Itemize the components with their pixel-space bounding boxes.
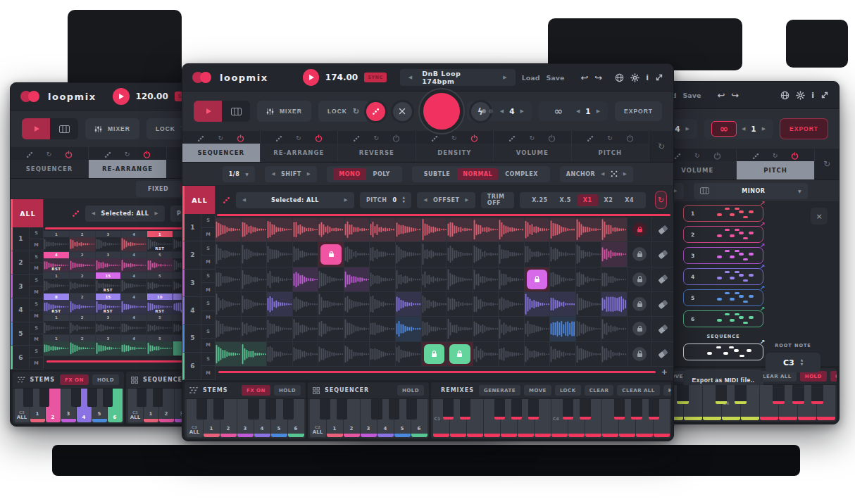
remix-hold-button[interactable]: HOLD	[800, 371, 827, 382]
loop-cell[interactable]	[499, 342, 525, 366]
locked-slice[interactable]	[320, 244, 342, 264]
tab-dice-icon[interactable]	[674, 149, 681, 163]
piano-key-black[interactable]	[87, 389, 97, 407]
export-arrow-icon[interactable]: ↗	[759, 221, 765, 228]
tab-pitch[interactable]: ↻PITCH	[572, 131, 650, 162]
piano-key-black[interactable]	[528, 399, 539, 420]
save-button[interactable]: Save	[683, 92, 701, 99]
shuffle-button[interactable]	[393, 102, 412, 121]
loop-cell[interactable]	[396, 218, 422, 241]
tab-power-toggle[interactable]	[713, 149, 721, 163]
loop-cell[interactable]	[550, 218, 576, 241]
piano-key-black[interactable]	[283, 399, 294, 420]
row-lock-button[interactable]	[632, 322, 647, 336]
loop-cell[interactable]	[422, 342, 448, 366]
play-button[interactable]	[303, 69, 319, 86]
tab-power-toggle[interactable]	[65, 148, 73, 161]
tab-refresh-icon[interactable]: ↻	[46, 151, 52, 158]
tab-refresh-icon[interactable]: ↻	[451, 135, 457, 141]
next-arrow[interactable]: ▶	[623, 171, 628, 177]
complexity-complex[interactable]: COMPLEX	[499, 168, 544, 180]
mixer-button[interactable]: MIXER	[257, 101, 311, 122]
loop-cell[interactable]	[499, 267, 525, 291]
speed-x1[interactable]: X1	[578, 194, 598, 206]
loop-cell[interactable]: 2	[70, 315, 96, 335]
export-arrow-icon[interactable]: ↗	[759, 284, 765, 291]
loop-cell[interactable]	[344, 218, 370, 241]
hold-toggle[interactable]: HOLD	[92, 374, 119, 385]
prev-arrow[interactable]: ◀	[423, 197, 427, 203]
solo-button[interactable]: S	[30, 251, 43, 263]
loop-cell[interactable]	[293, 267, 319, 291]
resize-button[interactable]	[820, 91, 829, 99]
loop-cell[interactable]	[499, 218, 525, 241]
loop-cell[interactable]	[576, 267, 602, 291]
loop-cell[interactable]	[473, 292, 499, 316]
tab-power-toggle[interactable]	[143, 148, 151, 161]
add-row-button[interactable]: +	[661, 368, 668, 376]
remix-generate-button[interactable]: GENERATE	[479, 385, 520, 396]
loop-cell[interactable]: 2	[70, 252, 96, 272]
piano-key-black[interactable]	[511, 399, 522, 420]
play-mode-keys[interactable]	[222, 101, 250, 122]
loop-cell[interactable]: 1	[44, 335, 70, 355]
loop-cell[interactable]	[370, 242, 396, 266]
piano-key-black[interactable]	[716, 385, 728, 404]
mute-button[interactable]: M	[201, 283, 215, 296]
piano-key-black[interactable]	[371, 399, 382, 420]
loop-cell[interactable]	[396, 292, 422, 316]
loop-cell[interactable]: 1	[44, 272, 70, 293]
play-mode-play[interactable]	[22, 118, 50, 139]
next-arrow[interactable]: ▶	[154, 210, 158, 216]
mute-button[interactable]: M	[30, 263, 43, 275]
eraser-icon[interactable]	[658, 225, 668, 234]
speed-x.25[interactable]: X.25	[526, 194, 553, 206]
loop-cell[interactable]	[344, 292, 370, 316]
globe-button[interactable]	[615, 73, 624, 82]
loop-cell[interactable]: 5	[147, 335, 173, 355]
gear-button[interactable]	[796, 91, 805, 100]
tab-power-toggle[interactable]	[470, 132, 478, 145]
infinity-toggle[interactable]: ∞	[712, 122, 736, 136]
loop-cell[interactable]	[318, 292, 344, 316]
loop-cell[interactable]	[370, 342, 396, 366]
tab-refresh-icon[interactable]: ↻	[373, 135, 379, 141]
loop-cell[interactable]	[344, 342, 370, 366]
loop-cell[interactable]	[473, 342, 499, 366]
piano-key-black[interactable]	[103, 389, 113, 407]
piano-key-black[interactable]	[677, 385, 689, 404]
piano-key-black[interactable]	[614, 399, 625, 420]
next-arrow[interactable]: ▶	[465, 197, 469, 203]
mute-button[interactable]: M	[201, 339, 215, 352]
eraser-icon[interactable]	[658, 325, 668, 334]
mute-button[interactable]: M	[201, 228, 215, 241]
loop-cell[interactable]	[216, 292, 242, 316]
prev-arrow[interactable]: ◀	[242, 197, 246, 203]
tab-refresh-icon[interactable]: ↻	[296, 135, 301, 141]
loop-cell[interactable]	[422, 317, 448, 341]
loop-cell[interactable]	[576, 342, 602, 366]
loop-cell[interactable]	[396, 267, 422, 291]
solo-button[interactable]: S	[30, 346, 43, 358]
tab-refresh-icon[interactable]: ↻	[218, 135, 223, 141]
tab-refresh-icon[interactable]: ↻	[773, 153, 778, 159]
eraser-icon[interactable]	[658, 275, 668, 284]
loop-cell[interactable]	[576, 317, 602, 341]
remix-clear-all-button[interactable]: CLEAR ALL	[617, 385, 659, 396]
piano-key-black[interactable]	[320, 399, 330, 420]
loop-cell[interactable]	[525, 242, 551, 266]
reroll-button[interactable]: ↻	[656, 191, 666, 208]
loop-cell[interactable]	[422, 267, 448, 291]
row-lock-button[interactable]	[632, 272, 647, 286]
scale-selector[interactable]: MINOR ▼	[694, 183, 808, 199]
solo-button[interactable]: S	[30, 322, 43, 334]
loop-cell[interactable]: 5	[147, 252, 173, 272]
loop-cell[interactable]: 1	[44, 231, 70, 251]
loop-cell[interactable]	[550, 317, 576, 341]
loop-cell[interactable]	[242, 317, 268, 341]
piano-key-black[interactable]	[23, 389, 33, 407]
next-arrow[interactable]: ▶	[686, 126, 689, 132]
loop-cell[interactable]	[396, 242, 422, 266]
loop-cell[interactable]	[216, 218, 242, 241]
mute-button[interactable]: M	[201, 311, 215, 325]
